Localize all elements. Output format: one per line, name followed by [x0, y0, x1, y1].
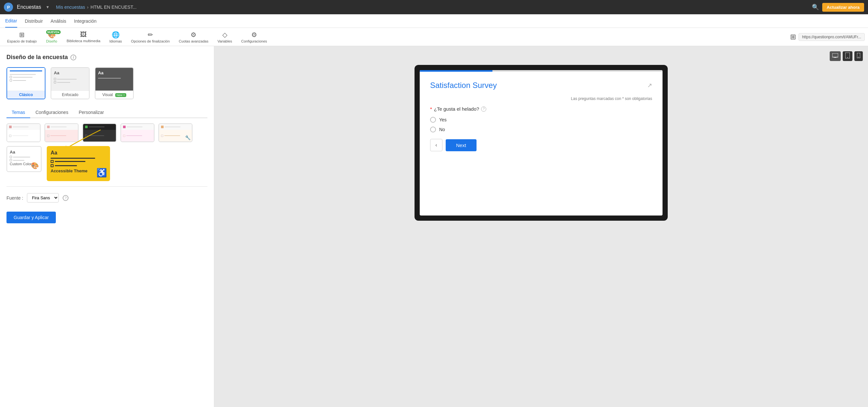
font-help-icon[interactable]: ?: [63, 195, 68, 201]
accessible-lines: [51, 158, 106, 167]
toolbar-right: ⊞ https://questionpro.com/t/AMUFr...: [790, 33, 865, 41]
theme-card-visual[interactable]: Aa Visual New +: [95, 67, 134, 99]
desktop-mode-button[interactable]: [830, 51, 841, 61]
toolbar-design[interactable]: NUEVO● 🎨 Diseño: [42, 30, 61, 44]
tab-configuraciones[interactable]: Configuraciones: [30, 107, 73, 118]
toolbar-multimedia[interactable]: 🖼 Biblioteca multimedia: [63, 30, 104, 44]
tablet-mode-button[interactable]: [843, 51, 852, 61]
ct1-bottom: [7, 130, 40, 142]
desktop-icon: [832, 53, 838, 58]
enfocado-row2: [54, 81, 86, 84]
main-content: Diseño de la encuesta i: [0, 46, 868, 407]
theme-card-enfocado[interactable]: Aa Enfocado: [51, 67, 90, 99]
mobile-icon: [857, 53, 860, 58]
breadcrumb-separator: ›: [87, 4, 89, 10]
acc-cb2: [51, 164, 54, 167]
custom-color-card[interactable]: Aa 🎨 Custom Color: [6, 146, 41, 172]
option-yes-label: Yes: [439, 117, 447, 122]
toolbar-configuraciones-label: Configuraciones: [241, 39, 267, 43]
survey-external-link-icon[interactable]: ↗: [647, 82, 652, 89]
ct3-line2: [88, 135, 104, 136]
radio-yes[interactable]: [430, 117, 436, 123]
ct5-line: [164, 127, 181, 127]
ct2-top: [45, 124, 78, 130]
preview-text3: [13, 80, 26, 81]
acc-line1: [51, 158, 95, 159]
mandatory-note: Las preguntas marcadas con * son obligat…: [430, 96, 652, 101]
nav-analisis[interactable]: Análisis: [51, 14, 66, 28]
clasico-line: [10, 70, 42, 71]
toolbar-idiomas[interactable]: 🌐 Idiomas: [105, 30, 126, 44]
question-help-icon[interactable]: ?: [481, 106, 486, 112]
nav-distribuir[interactable]: Distribuir: [25, 14, 43, 28]
survey-card: Satisfaction Survey ↗ Las preguntas marc…: [420, 70, 662, 216]
acc-text1: [55, 161, 85, 162]
ct3-color: [85, 126, 88, 128]
nav-editar[interactable]: Editar: [5, 14, 17, 28]
panel-divider: [6, 186, 208, 187]
radio-no[interactable]: [430, 127, 436, 132]
font-select[interactable]: Fira Sans: [27, 193, 59, 202]
mobile-mode-button[interactable]: [855, 51, 863, 61]
search-button[interactable]: 🔍: [812, 4, 819, 11]
breadcrumb: Mis encuestas › HTML EN ENCUEST...: [56, 4, 137, 10]
theme-type-cards: Clásico Aa: [6, 67, 208, 99]
accessibility-icon: ♿: [96, 168, 107, 178]
visual-aa: Aa: [98, 70, 103, 75]
toolbar-configuraciones[interactable]: ⚙ Configuraciones: [237, 30, 271, 44]
custom-aa: Aa: [10, 150, 15, 155]
ct1-line2: [12, 135, 28, 136]
color-wheel-icon: 🎨: [31, 162, 39, 169]
top-bar: P Encuestas ▼ Mis encuestas › HTML EN EN…: [0, 0, 868, 14]
acc-row1: [51, 160, 106, 163]
toolbar-cuotas[interactable]: ⚙ Cuotas avanzadas: [175, 30, 212, 44]
upgrade-button[interactable]: Actualizar ahora: [822, 3, 864, 12]
ct1-line: [13, 127, 29, 127]
ct5-line2: [164, 135, 180, 136]
preview-row2: [10, 79, 42, 82]
option-no[interactable]: No: [430, 127, 652, 132]
toolbar-variables[interactable]: ◇ Variables: [214, 30, 236, 44]
custom-cb1: [10, 156, 12, 158]
nav-integracion[interactable]: Integración: [74, 14, 96, 28]
tablet-icon: [845, 53, 850, 58]
ct2-bottom: [45, 130, 78, 142]
visual-content: [98, 78, 130, 79]
toolbar-idiomas-label: Idiomas: [110, 39, 122, 43]
preview-text2: [13, 77, 32, 77]
right-panel: Satisfaction Survey ↗ Las preguntas marc…: [214, 46, 868, 407]
color-theme-5[interactable]: 🔧: [158, 123, 192, 142]
accessible-theme-card[interactable]: Aa Accessible Theme ♿: [47, 146, 110, 181]
ct4-line: [127, 127, 143, 127]
custom-text2: [13, 160, 24, 161]
svg-rect-1: [832, 53, 838, 57]
color-theme-2[interactable]: [44, 123, 79, 142]
preview-cb2: [10, 79, 12, 82]
app-dropdown-arrow[interactable]: ▼: [46, 5, 50, 9]
preview-mode-bar: [219, 51, 863, 61]
ct4-color: [123, 126, 126, 128]
tab-personalizar[interactable]: Personalizar: [73, 107, 109, 118]
back-button[interactable]: ‹: [430, 139, 442, 151]
svg-point-7: [858, 57, 859, 58]
color-theme-4[interactable]: [120, 123, 155, 142]
next-button[interactable]: Next: [446, 139, 476, 151]
survey-title-text: Satisfaction Survey: [430, 81, 497, 90]
toolbar-finalizacion[interactable]: ✏ Opciones de finalización: [127, 30, 174, 44]
toolbar-workspace-label: Espacio de trabajo: [7, 39, 37, 43]
panel-title-text: Diseño de la encuesta: [6, 54, 68, 61]
panel-help-icon[interactable]: i: [70, 55, 76, 60]
color-theme-1[interactable]: [6, 123, 40, 142]
custom-cb2: [10, 159, 12, 161]
option-yes[interactable]: Yes: [430, 117, 652, 123]
save-apply-button[interactable]: Guardar y Aplicar: [6, 212, 56, 223]
theme-card-clasico[interactable]: Clásico: [6, 67, 45, 99]
grid-view-icon[interactable]: ⊞: [790, 33, 796, 41]
clasico-content: [10, 74, 42, 82]
ct1-cb: [9, 135, 11, 137]
tab-temas[interactable]: Temas: [6, 107, 30, 118]
color-theme-3[interactable]: [83, 123, 117, 142]
breadcrumb-home[interactable]: Mis encuestas: [56, 4, 85, 10]
toolbar-workspace[interactable]: ⊞ Espacio de trabajo: [3, 30, 40, 44]
ct4-line2: [126, 135, 142, 136]
